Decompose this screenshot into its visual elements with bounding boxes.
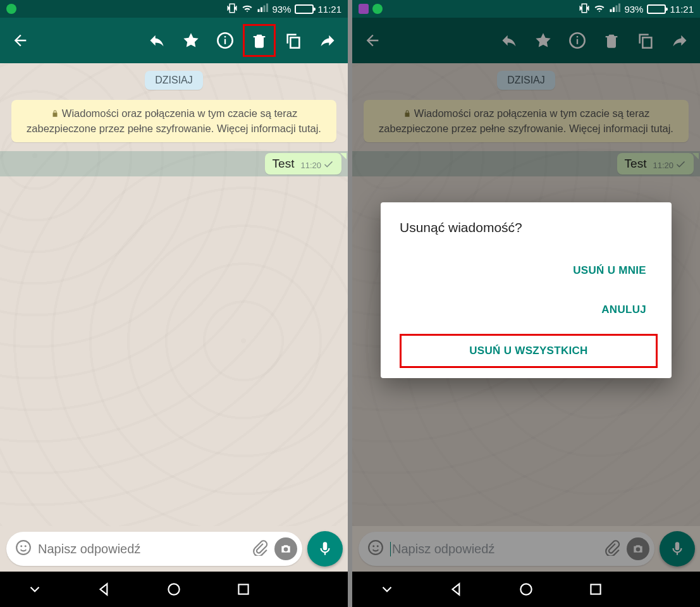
encryption-text: Wiadomości oraz połączenia w tym czacie … bbox=[27, 107, 321, 134]
vibrate-icon bbox=[579, 3, 590, 16]
status-bar: 93% 11:21 bbox=[352, 0, 700, 18]
svg-point-11 bbox=[168, 584, 179, 594]
svg-rect-14 bbox=[613, 7, 615, 12]
svg-rect-2 bbox=[264, 5, 266, 12]
star-button[interactable] bbox=[527, 24, 560, 57]
back-button[interactable] bbox=[4, 24, 37, 57]
svg-point-8 bbox=[16, 541, 30, 555]
svg-point-21 bbox=[369, 541, 383, 555]
delete-for-everyone-button[interactable]: USUŃ U WSZYSTKICH bbox=[400, 334, 658, 368]
selection-app-bar bbox=[352, 18, 700, 63]
svg-rect-3 bbox=[266, 3, 268, 12]
spotify-icon bbox=[372, 4, 383, 14]
signal-icon bbox=[257, 3, 268, 16]
spotify-icon bbox=[6, 4, 16, 14]
signal-icon bbox=[609, 3, 620, 16]
wifi-icon bbox=[594, 3, 605, 16]
cancel-button[interactable]: ANULUJ bbox=[590, 295, 658, 325]
nav-collapse-button[interactable] bbox=[16, 577, 54, 602]
nav-back-button[interactable] bbox=[438, 577, 476, 602]
phone-left: 93% 11:21 DZISIAJ Wiadomości oraz połącz… bbox=[0, 0, 348, 607]
selected-message-row[interactable]: Test 11:20 bbox=[0, 151, 348, 176]
app-notification-icon bbox=[359, 4, 369, 14]
message-time: 11:20 bbox=[653, 161, 673, 170]
svg-point-23 bbox=[377, 545, 379, 547]
outgoing-message: Test 11:20 bbox=[617, 153, 694, 175]
message-input-pill: Napisz odpowiedź bbox=[359, 532, 654, 566]
chat-body[interactable]: DZISIAJ Wiadomości oraz połączenia w tym… bbox=[0, 63, 348, 526]
reply-button[interactable] bbox=[140, 24, 173, 57]
encryption-notice[interactable]: Wiadomości oraz połączenia w tym czacie … bbox=[11, 100, 336, 142]
check-icon bbox=[324, 160, 335, 171]
svg-rect-16 bbox=[618, 3, 620, 12]
nav-spacer bbox=[646, 577, 684, 602]
composer-row: Napisz odpowiedź bbox=[352, 526, 700, 572]
forward-button[interactable] bbox=[311, 24, 344, 57]
system-nav-bar bbox=[352, 572, 700, 607]
message-text: Test bbox=[625, 157, 647, 171]
battery-icon bbox=[647, 4, 666, 14]
svg-rect-7 bbox=[290, 37, 299, 47]
delete-for-me-button[interactable]: USUŃ U MNIE bbox=[562, 255, 658, 286]
status-bar: 93% 11:21 bbox=[0, 0, 348, 18]
svg-point-10 bbox=[25, 545, 27, 547]
outgoing-message[interactable]: Test 11:20 bbox=[265, 153, 341, 175]
svg-point-9 bbox=[20, 545, 22, 547]
system-nav-bar bbox=[0, 572, 348, 607]
lock-icon bbox=[403, 107, 412, 121]
star-button[interactable] bbox=[175, 24, 207, 57]
delete-button[interactable] bbox=[595, 24, 628, 57]
message-input[interactable] bbox=[38, 542, 245, 556]
info-button[interactable] bbox=[561, 24, 594, 57]
nav-home-button[interactable] bbox=[507, 577, 545, 602]
svg-rect-1 bbox=[261, 7, 262, 12]
camera-icon bbox=[627, 537, 649, 560]
voice-button[interactable] bbox=[307, 531, 343, 567]
encryption-notice: Wiadomości oraz połączenia w tym czacie … bbox=[364, 100, 689, 142]
nav-collapse-button[interactable] bbox=[368, 577, 406, 602]
message-input: Napisz odpowiedź bbox=[390, 542, 598, 556]
check-icon bbox=[676, 160, 687, 171]
lock-icon bbox=[51, 107, 59, 121]
battery-percent: 93% bbox=[624, 4, 643, 15]
emoji-icon[interactable] bbox=[15, 539, 32, 558]
back-button[interactable] bbox=[356, 24, 389, 57]
message-text: Test bbox=[273, 157, 295, 171]
copy-button[interactable] bbox=[277, 24, 310, 57]
svg-point-24 bbox=[520, 584, 531, 594]
nav-recent-button[interactable] bbox=[224, 577, 262, 602]
dialog-title: Usunąć wiadomość? bbox=[400, 220, 658, 235]
svg-rect-0 bbox=[258, 9, 260, 12]
delete-dialog: Usunąć wiadomość? USUŃ U MNIE ANULUJ USU… bbox=[381, 202, 672, 378]
nav-spacer bbox=[294, 577, 332, 602]
copy-button[interactable] bbox=[629, 24, 662, 57]
info-button[interactable] bbox=[209, 24, 242, 57]
forward-button[interactable] bbox=[663, 24, 696, 57]
date-chip: DZISIAJ bbox=[145, 71, 203, 90]
camera-icon[interactable] bbox=[274, 537, 297, 560]
svg-rect-25 bbox=[591, 584, 600, 594]
svg-rect-20 bbox=[642, 37, 651, 47]
svg-point-22 bbox=[372, 545, 374, 547]
composer-row bbox=[0, 526, 348, 572]
nav-home-button[interactable] bbox=[155, 577, 193, 602]
clock: 11:21 bbox=[670, 4, 694, 15]
delete-button[interactable] bbox=[243, 24, 276, 57]
reply-button[interactable] bbox=[493, 24, 525, 57]
message-input-pill[interactable] bbox=[6, 532, 302, 566]
battery-percent: 93% bbox=[272, 4, 291, 15]
emoji-icon bbox=[367, 539, 384, 558]
encryption-text: Wiadomości oraz połączenia w tym czacie … bbox=[379, 107, 673, 134]
wifi-icon bbox=[242, 3, 253, 16]
message-time: 11:20 bbox=[300, 161, 321, 170]
svg-rect-6 bbox=[224, 36, 226, 37]
svg-rect-5 bbox=[224, 39, 226, 44]
attach-icon[interactable] bbox=[252, 539, 268, 558]
voice-button bbox=[660, 531, 695, 567]
date-chip: DZISIAJ bbox=[497, 71, 555, 90]
vibrate-icon bbox=[226, 3, 238, 16]
nav-back-button[interactable] bbox=[85, 577, 123, 602]
battery-icon bbox=[295, 4, 314, 14]
nav-recent-button[interactable] bbox=[577, 577, 615, 602]
svg-rect-18 bbox=[577, 39, 578, 44]
